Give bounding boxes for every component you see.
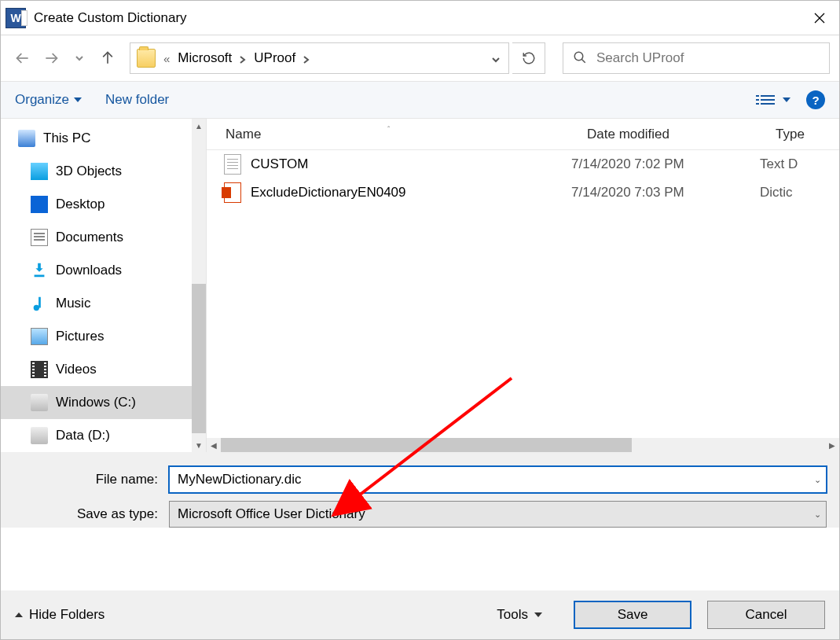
close-button[interactable] [800,1,839,35]
file-date: 7/14/2020 7:03 PM [568,185,757,200]
breadcrumb-uproof[interactable]: UProof [248,50,302,66]
save-button[interactable]: Save [574,601,691,629]
nav-recent-button[interactable] [67,46,92,71]
search-input[interactable] [596,50,820,66]
drive-icon [31,394,48,411]
main-area: This PC 3D Objects Desktop Documents Dow… [1,119,839,452]
breadcrumb-prefix: « [162,52,171,65]
horizontal-scrollbar[interactable]: ◀ ▶ [207,438,839,452]
savetype-value: Microsoft Office User Dictionary [178,506,365,522]
tree-3d-objects[interactable]: 3D Objects [1,155,206,188]
nav-back-button[interactable] [10,46,35,71]
filename-label: File name: [13,472,169,487]
search-icon [573,50,587,67]
address-bar[interactable]: « Microsoft UProof [130,42,509,74]
tree-desktop[interactable]: Desktop [1,188,206,221]
drive-icon [31,427,48,444]
music-icon [31,295,48,312]
refresh-button[interactable] [512,42,545,74]
downloads-icon [31,262,48,279]
list-view-icon [761,95,775,105]
tree-downloads[interactable]: Downloads [1,254,206,287]
file-type: Dictic [757,185,839,200]
documents-icon [31,229,48,246]
3d-objects-icon [31,163,48,180]
file-row[interactable]: ExcludeDictionaryEN0409 7/14/2020 7:03 P… [207,178,839,207]
file-list: Nameˆ Date modified Type CUSTOM 7/14/202… [207,119,839,452]
nav-bar: « Microsoft UProof [1,35,839,81]
file-type: Text D [757,156,839,172]
svg-rect-7 [35,275,45,278]
column-type[interactable]: Type [757,127,839,142]
file-name: CUSTOM [251,156,308,172]
sort-indicator-icon: ˆ [387,126,390,134]
cancel-button[interactable]: Cancel [707,601,825,629]
videos-icon [31,361,48,378]
svg-rect-9 [39,297,41,308]
file-date: 7/14/2020 7:02 PM [568,156,757,172]
savetype-field[interactable]: Microsoft Office User Dictionary ⌄ [169,501,827,528]
tree-scrollbar[interactable]: ▲ ▼ [192,119,206,452]
svg-point-5 [574,52,583,61]
nav-forward-button[interactable] [39,46,64,71]
tree-music[interactable]: Music [1,287,206,320]
column-name[interactable]: Nameˆ [207,127,568,142]
file-row[interactable]: CUSTOM 7/14/2020 7:02 PM Text D [207,150,839,178]
file-name: ExcludeDictionaryEN0409 [251,185,406,200]
svg-point-8 [34,305,39,311]
text-file-icon [224,154,241,175]
chevron-up-icon [15,612,23,617]
filename-field[interactable]: ⌄ [169,466,827,493]
search-box[interactable] [563,42,830,74]
scroll-thumb[interactable] [221,438,632,452]
tree-this-pc[interactable]: This PC [1,122,206,155]
desktop-icon [31,196,48,213]
navigation-tree: This PC 3D Objects Desktop Documents Dow… [1,119,207,452]
word-icon: W [6,8,26,28]
chevron-right-icon[interactable] [302,53,311,63]
footer: Hide Folders Tools Save Cancel [1,590,839,639]
folder-icon [137,49,156,68]
tree-videos[interactable]: Videos [1,353,206,386]
tree-pictures[interactable]: Pictures [1,320,206,353]
view-options-button[interactable] [761,95,790,105]
save-form: File name: ⌄ Save as type: Microsoft Off… [1,452,839,528]
scroll-thumb[interactable] [192,284,206,433]
office-file-icon [224,182,241,203]
list-header: Nameˆ Date modified Type [207,119,839,150]
chevron-down-icon[interactable]: ⌄ [814,509,821,520]
address-dropdown[interactable] [482,43,508,73]
pictures-icon [31,328,48,345]
tree-windows-c[interactable]: Windows (C:) [1,386,206,419]
nav-up-button[interactable] [95,46,120,71]
titlebar: W Create Custom Dictionary [1,1,839,35]
filename-input[interactable] [178,472,818,487]
help-button[interactable]: ? [806,90,825,109]
tree-data-d[interactable]: Data (D:) [1,419,206,452]
tools-button[interactable]: Tools [497,607,542,623]
window-title: Create Custom Dictionary [34,10,187,26]
scroll-up-icon[interactable]: ▲ [192,119,206,133]
scroll-left-icon[interactable]: ◀ [207,438,221,452]
scroll-down-icon[interactable]: ▼ [192,438,206,452]
pc-icon [18,130,35,147]
scroll-right-icon[interactable]: ▶ [825,438,839,452]
chevron-right-icon[interactable] [238,53,248,63]
breadcrumb-microsoft[interactable]: Microsoft [171,50,238,66]
hide-folders-button[interactable]: Hide Folders [15,607,105,623]
chevron-down-icon[interactable]: ⌄ [814,475,821,485]
column-date[interactable]: Date modified [568,127,757,142]
svg-line-6 [581,59,585,63]
new-folder-button[interactable]: New folder [105,92,169,108]
organize-button[interactable]: Organize [15,92,82,108]
savetype-label: Save as type: [13,506,169,522]
tree-documents[interactable]: Documents [1,221,206,254]
command-bar: Organize New folder ? [1,81,839,119]
